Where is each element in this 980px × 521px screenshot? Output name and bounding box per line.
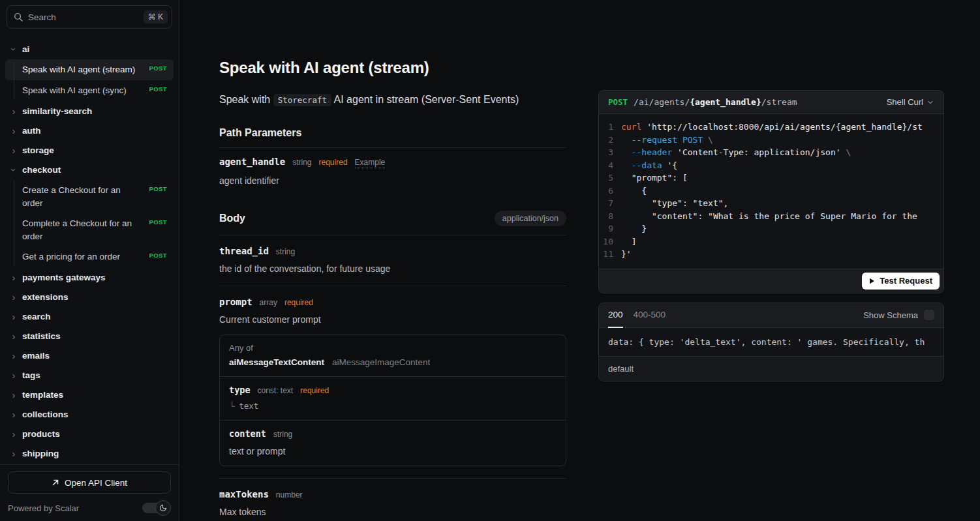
param-required-badge: required bbox=[319, 158, 348, 167]
doc-content: Speak with AI agent (stream) Speak with … bbox=[219, 0, 566, 521]
sidebar-children: Speak with AI agent (stream)POSTSpeak wi… bbox=[0, 59, 179, 101]
sidebar-group-label: auth bbox=[22, 126, 41, 136]
code-line: 11}' bbox=[599, 248, 943, 261]
method-badge: POST bbox=[149, 85, 167, 93]
line-number: 11 bbox=[599, 248, 621, 261]
field-thread-id: thread_id string the id of the conversat… bbox=[219, 235, 566, 286]
tab-400-500[interactable]: 400-500 bbox=[634, 303, 666, 328]
tree-branch-glyph: └ bbox=[229, 401, 235, 411]
schema-option-text-content[interactable]: aiMessageTextContent bbox=[229, 357, 324, 367]
play-icon bbox=[869, 278, 875, 284]
chevron-right-icon: › bbox=[9, 351, 18, 361]
sidebar-item-label: Get a pricing for an order bbox=[22, 250, 143, 263]
chevron-right-icon: › bbox=[9, 312, 18, 321]
chevron-right-icon: › bbox=[9, 292, 18, 302]
open-api-client-button[interactable]: Open API Client bbox=[8, 471, 171, 494]
sidebar-group-checkout[interactable]: ›checkout bbox=[0, 160, 179, 179]
sidebar-group-label: payments gateways bbox=[22, 273, 106, 282]
sidebar-group-label: search bbox=[22, 312, 51, 321]
line-number: 4 bbox=[599, 159, 621, 172]
sidebar-group-extensions[interactable]: ›extensions bbox=[0, 288, 179, 307]
chevron-right-icon: › bbox=[9, 370, 18, 380]
param-description: agent identifier bbox=[219, 175, 566, 186]
sidebar-item-label: Speak with AI agent (stream) bbox=[22, 63, 143, 76]
sidebar-item[interactable]: Speak with AI agent (stream)POST bbox=[5, 59, 174, 80]
show-schema-checkbox[interactable] bbox=[924, 310, 934, 320]
field-type: number bbox=[276, 490, 303, 499]
chevron-down-icon: › bbox=[9, 165, 19, 174]
sidebar-item-label: Create a Checkout for an order bbox=[22, 184, 143, 209]
sidebar-group-similarity-search[interactable]: ›similarity-search bbox=[0, 101, 179, 121]
sidebar-item-label: Speak with AI agent (sync) bbox=[22, 84, 143, 97]
sidebar-group-collections[interactable]: ›collections bbox=[0, 405, 179, 424]
endpoint-path: /ai/agents/{agent_handle}/stream bbox=[634, 97, 797, 107]
sidebar-item[interactable]: Create a Checkout for an orderPOST bbox=[5, 180, 174, 213]
field-name: thread_id bbox=[219, 246, 269, 256]
sidebar-group-ai[interactable]: ›ai bbox=[0, 39, 179, 59]
language-selector[interactable]: Shell Curl bbox=[887, 97, 934, 107]
line-number: 7 bbox=[599, 197, 621, 210]
search-input[interactable]: Search ⌘ K bbox=[7, 5, 172, 29]
sidebar-group-payments-gateways[interactable]: ›payments gateways bbox=[0, 268, 179, 288]
path-parameters-section: Path Parameters agent_handle string requ… bbox=[219, 127, 566, 186]
sidebar-group-products[interactable]: ›products bbox=[0, 424, 179, 444]
code-line: 6 { bbox=[599, 185, 943, 198]
chevron-right-icon: › bbox=[9, 429, 18, 439]
endpoint: POST /ai/agents/{agent_handle}/stream bbox=[608, 97, 797, 107]
moon-icon bbox=[159, 504, 167, 512]
chevron-down-icon: › bbox=[9, 44, 19, 53]
code-line: 2 --request POST \ bbox=[599, 134, 943, 147]
sidebar-group-emails[interactable]: ›emails bbox=[0, 346, 179, 366]
main-area: Speak with AI agent (stream) Speak with … bbox=[179, 0, 980, 521]
sidebar-group-statistics[interactable]: ›statistics bbox=[0, 327, 179, 346]
sidebar-footer: Open API Client Powered by Scalar bbox=[0, 464, 179, 521]
code-line: 8 "content": "What is the price of Super… bbox=[599, 210, 943, 223]
code-line: 10 ] bbox=[599, 235, 943, 248]
sidebar-group-label: extensions bbox=[22, 292, 69, 302]
enum-value: text bbox=[239, 401, 258, 411]
field-required-badge: required bbox=[300, 386, 329, 395]
method-badge: POST bbox=[149, 65, 167, 72]
sidebar-item[interactable]: Speak with AI agent (sync)POST bbox=[5, 80, 174, 101]
chevron-right-icon: › bbox=[9, 273, 18, 282]
sidebar-group-search[interactable]: ›search bbox=[0, 307, 179, 327]
search-shortcut: ⌘ K bbox=[144, 10, 168, 23]
example-toggle[interactable]: Example bbox=[355, 158, 386, 168]
method-badge: POST bbox=[149, 185, 167, 192]
path-parameters-heading: Path Parameters bbox=[219, 127, 566, 139]
powered-by-scalar-link[interactable]: Powered by Scalar bbox=[8, 503, 79, 513]
response-default-row[interactable]: default bbox=[599, 357, 943, 381]
page-title: Speak with AI agent (stream) bbox=[219, 59, 566, 77]
sidebar-group-label: shipping bbox=[22, 449, 59, 458]
sidebar-item[interactable]: Complete a Checkout for an orderPOST bbox=[5, 213, 174, 246]
sidebar-item[interactable]: Get a pricing for an orderPOST bbox=[5, 246, 174, 267]
anyof-label: Any of bbox=[229, 343, 557, 353]
sidebar-nav: ›aiSpeak with AI agent (stream)POSTSpeak… bbox=[0, 31, 179, 464]
method-badge: POST bbox=[149, 252, 167, 259]
code-line: 9 } bbox=[599, 222, 943, 235]
code-line: 7 "type": "text", bbox=[599, 197, 943, 210]
sidebar-group-templates[interactable]: ›templates bbox=[0, 385, 179, 405]
code-line: 1curl 'http://localhost:8000/api/ai/agen… bbox=[599, 121, 943, 134]
dark-mode-toggle[interactable] bbox=[142, 503, 168, 513]
test-request-button[interactable]: Test Request bbox=[862, 273, 940, 290]
field-type: string bbox=[276, 247, 295, 256]
sidebar-group-auth[interactable]: ›auth bbox=[0, 121, 179, 140]
field-prompt: prompt array required Current customer p… bbox=[219, 286, 566, 478]
example-column: POST /ai/agents/{agent_handle}/stream Sh… bbox=[598, 0, 944, 521]
tab-200[interactable]: 200 bbox=[608, 303, 623, 328]
sidebar-group-tags[interactable]: ›tags bbox=[0, 366, 179, 385]
chevron-right-icon: › bbox=[9, 145, 18, 155]
chevron-right-icon: › bbox=[9, 449, 18, 458]
field-name: type bbox=[229, 385, 251, 395]
field-description: Current customer prompt bbox=[219, 314, 566, 325]
sidebar-group-shipping[interactable]: ›shipping bbox=[0, 444, 179, 464]
sidebar-group-storage[interactable]: ›storage bbox=[0, 140, 179, 160]
code-line: 4 --data '{ bbox=[599, 159, 943, 172]
schema-option-image-content[interactable]: aiMessageImageContent bbox=[332, 357, 430, 367]
sidebar-group-label: similarity-search bbox=[22, 106, 92, 116]
search-icon bbox=[14, 12, 23, 22]
line-number: 6 bbox=[599, 185, 621, 198]
param-name: agent_handle bbox=[219, 156, 285, 167]
page-description: Speak with Storecraft AI agent in stream… bbox=[219, 94, 566, 106]
